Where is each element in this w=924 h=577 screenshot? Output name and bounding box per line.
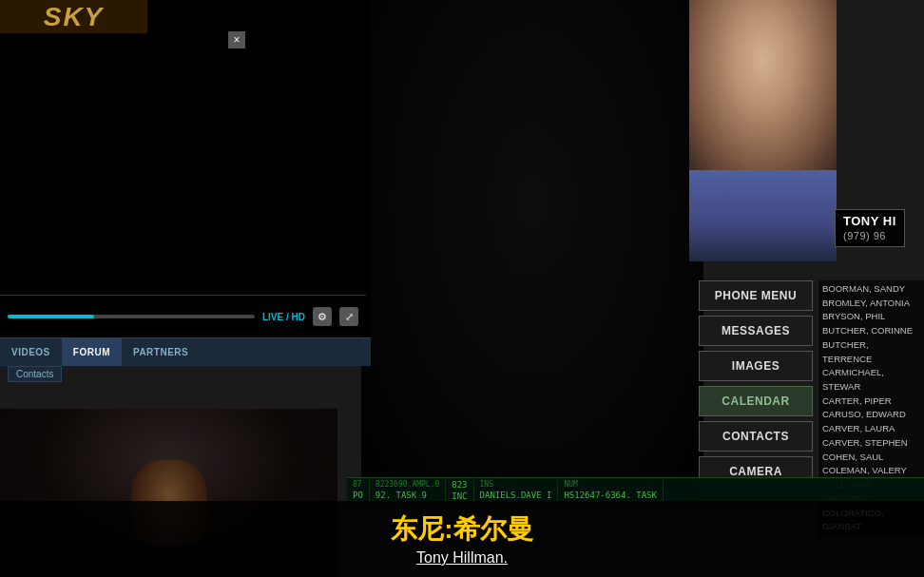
contact-item[interactable]: BOORMAN, SANDY: [822, 282, 920, 297]
data-label-2: 8223690.AMPL.0: [375, 480, 439, 490]
sky-logo-text: SKY: [44, 2, 105, 32]
contact-item[interactable]: BRYSON, PHIL: [822, 310, 920, 324]
images-btn[interactable]: IMAGES: [699, 351, 813, 381]
fullscreen-icon[interactable]: ⤢: [339, 307, 358, 326]
phone-menu-btn[interactable]: PHONE MENU: [699, 280, 813, 311]
subtitle-area: 东尼:希尔曼 Tony Hillman.: [0, 501, 924, 577]
contact-item[interactable]: CARVER, LAURA: [822, 422, 920, 436]
person-name: TONY HI: [843, 214, 896, 228]
data-col-num: NUM HS12647-6364. TASK: [564, 480, 664, 501]
subtitle-english: Tony Hillman.: [0, 549, 924, 567]
data-col-1: 87 PO: [353, 480, 370, 501]
person-shirt: [689, 170, 837, 261]
phone-menu: PHONE MENU MESSAGES IMAGES CALENDAR CONT…: [699, 280, 813, 487]
ins-label: INS: [480, 480, 552, 490]
sky-logo: SKY: [0, 0, 147, 33]
close-button[interactable]: ×: [228, 31, 245, 48]
left-video-panel: [0, 0, 371, 333]
room-background: [361, 0, 703, 504]
contact-item[interactable]: CARUSO, EDWARD: [822, 408, 920, 422]
contact-item[interactable]: BUTCHER, TERRENCE: [822, 338, 920, 366]
contact-item[interactable]: CARVER, STEPHEN: [822, 436, 920, 451]
nav-forum[interactable]: FORUM: [62, 338, 122, 366]
contacts-btn[interactable]: CONTACTS: [699, 421, 813, 452]
nav-videos[interactable]: VIDEOS: [0, 338, 62, 366]
data-val-3: 823: [452, 480, 467, 491]
data-col-2: 8223690.AMPL.0 92. TASK 9: [375, 480, 446, 501]
num-label: NUM: [564, 480, 657, 490]
subtitle-chinese: 东尼:希尔曼: [0, 511, 924, 548]
data-strip: 87 PO 8223690.AMPL.0 92. TASK 9 823 INC …: [347, 477, 924, 504]
person-phone: (979) 96: [843, 230, 886, 241]
contact-item[interactable]: BUTCHER, CORINNE: [822, 324, 920, 338]
nav-partners[interactable]: PARTNERS: [122, 338, 200, 366]
data-val-1: PO: [353, 490, 363, 502]
data-label-1: 87: [353, 480, 363, 490]
contact-item[interactable]: CARMICHAEL, STEWAR: [822, 366, 920, 394]
contact-item[interactable]: CARTER, PIPER: [822, 394, 920, 409]
person-photo: [689, 0, 837, 261]
contact-item[interactable]: BROMLEY, ANTONIA: [822, 297, 920, 311]
name-badge: TONY HI (979) 96: [835, 209, 905, 247]
live-badge: LIVE / HD: [262, 312, 305, 322]
video-controls: LIVE / HD ⚙ ⤢: [0, 295, 366, 337]
calendar-btn[interactable]: CALENDAR: [699, 386, 813, 416]
contacts-tag[interactable]: Contacts: [8, 366, 62, 382]
person-face: [689, 0, 837, 170]
data-val-2: 92. TASK 9: [375, 490, 439, 502]
contact-item[interactable]: COHEN, SAUL: [822, 451, 920, 465]
contact-item[interactable]: COLEMAN, VALERY: [822, 464, 920, 478]
progress-fill: [8, 315, 94, 318]
progress-bar[interactable]: [8, 315, 255, 318]
nav-bar: VIDEOS FORUM PARTNERS: [0, 337, 371, 366]
ins-val: DANIELS.DAVE I: [480, 490, 552, 502]
data-col-3: 823 INC: [452, 480, 473, 502]
num-val: HS12647-6364. TASK: [564, 490, 657, 502]
messages-btn[interactable]: MESSAGES: [699, 316, 813, 346]
settings-icon[interactable]: ⚙: [313, 307, 332, 326]
data-col-incoming: INS DANIELS.DAVE I: [480, 480, 559, 501]
